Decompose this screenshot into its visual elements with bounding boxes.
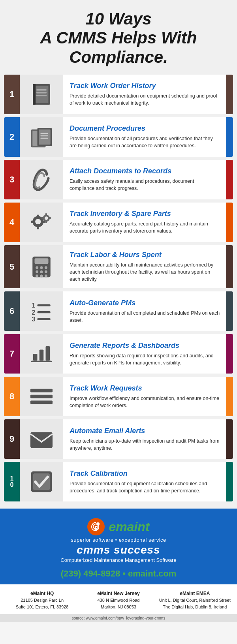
header: 10 Ways A CMMS Helps With Compliance. [0,0,237,75]
item-title: Track Work Requests [70,384,220,392]
footer-office-hq-name: eMaint HQ [6,590,78,597]
item-row: 4 Track Inventory & Spare Parts A [4,203,233,242]
svg-rect-10 [40,133,48,134]
item-number: 6 [4,291,20,331]
item-content: Document Procedures Provide documentatio… [63,117,226,157]
svg-point-29 [45,266,47,269]
item-icon-wrap [20,245,63,288]
svg-rect-3 [36,92,47,94]
svg-rect-43 [33,354,38,361]
svg-rect-18 [37,227,39,229]
footer: emaint superior software • exceptional s… [0,509,237,614]
item-content: Track Inventory & Spare Parts Accurately… [63,203,226,242]
svg-rect-11 [40,135,48,137]
item-title: Automate Email Alerts [70,427,220,435]
item-number: 3 [4,160,20,199]
item-desc: Provide documentation of equipment calib… [70,480,220,494]
item-desc: Provide documentation of all completed a… [70,310,220,324]
item-icon-wrap: 1 2 3 [20,291,63,331]
item-number: 2 [4,117,20,157]
footer-office-hq-address: 21105 Design Parc Ln Suite 101 Estero, F… [6,597,78,610]
svg-rect-49 [30,432,53,448]
item-row: 2 Document Procedures Provide documentat… [4,117,233,157]
footer-cmms: cmms success [8,544,229,556]
item-content: Attach Documents to Records Easily acces… [63,160,226,199]
item-content: Automate Email Alerts Keep technicians u… [63,419,226,459]
svg-rect-5 [33,84,36,105]
item-row: 8 Track Work Requests Improve workflow e… [4,377,233,416]
item-title: Track Calibration [70,469,220,478]
svg-point-30 [36,270,38,273]
item-row: 3 Attach Documents to Records Easily acc… [4,160,233,199]
email-icon [28,425,55,453]
checkbox-icon [28,468,55,496]
item-icon-wrap [20,203,63,242]
barchart-icon [28,340,55,368]
documents-icon [28,123,55,151]
svg-point-31 [40,270,43,273]
svg-rect-45 [46,346,50,361]
footer-offices: eMaint HQ 21105 Design Parc Ln Suite 101… [0,584,237,614]
svg-rect-9 [39,130,51,145]
svg-text:1: 1 [32,302,36,309]
item-icon-wrap [20,117,63,157]
book-icon [28,81,55,108]
item-icon-wrap [20,160,63,199]
footer-tagline: superior software • exceptional service [8,537,229,543]
footer-logo-area: emaint [8,518,229,535]
item-row: 1 Track Work Order History Provide detai… [4,75,233,114]
svg-point-52 [96,522,100,526]
item-accent [226,334,233,374]
item-number: 5 [4,245,20,288]
svg-rect-17 [37,215,39,217]
svg-rect-21 [45,213,47,215]
item-row: 10 Track Calibration Provide documentati… [4,462,233,501]
item-accent [226,203,233,242]
svg-point-27 [36,266,38,269]
svg-text:3: 3 [32,316,36,323]
calculator-icon [28,253,55,281]
svg-rect-39 [38,311,51,313]
svg-rect-22 [45,221,47,223]
svg-point-14 [35,219,41,224]
item-accent [226,419,233,459]
paperclip-icon [28,166,55,193]
item-icon-wrap [20,75,63,114]
item-desc: Keep technicians up-to-date with inspect… [70,437,220,452]
svg-rect-19 [31,221,33,223]
lines-icon [28,383,55,410]
main-title: 10 Ways A CMMS Helps With Compliance. [12,9,225,67]
item-accent [226,291,233,331]
footer-full-name: Computerized Maintenance Management Soft… [8,557,229,563]
item-icon-wrap [20,334,63,374]
svg-rect-2 [36,89,47,91]
footer-logo-icon [87,518,105,535]
item-number: 7 [4,334,20,374]
svg-point-28 [40,266,43,269]
svg-rect-46 [30,389,53,392]
svg-rect-1 [35,86,49,103]
svg-rect-24 [49,217,51,219]
item-title: Generate Reports & Dashboards [70,342,220,350]
footer-office-nj-name: eMaint New Jersey [82,590,154,597]
item-number: 8 [4,377,20,416]
item-row: 9 Automate Email Alerts Keep technicians… [4,419,233,459]
svg-rect-42 [31,361,52,362]
item-accent [226,160,233,199]
svg-rect-37 [38,304,51,306]
item-accent [226,75,233,114]
footer-source: source: www.emaint.com/bpw_leveraging-yo… [0,614,237,622]
svg-rect-48 [30,401,53,404]
item-row: 6 1 2 3 Auto-Generate PMs Provide docume… [4,291,233,331]
footer-logo-text: emaint [109,520,149,534]
svg-rect-23 [41,217,43,219]
item-number: 1 [4,75,20,114]
svg-rect-4 [36,95,47,96]
footer-office-emea-name: eMaint EMEA [159,590,231,597]
item-desc: Run reports showing data required for in… [70,352,220,366]
item-title: Track Inventory & Spare Parts [70,210,220,218]
item-desc: Maintain accountability for all maintena… [70,261,220,283]
svg-rect-44 [40,350,44,361]
svg-point-33 [36,274,38,277]
item-title: Document Procedures [70,124,220,133]
